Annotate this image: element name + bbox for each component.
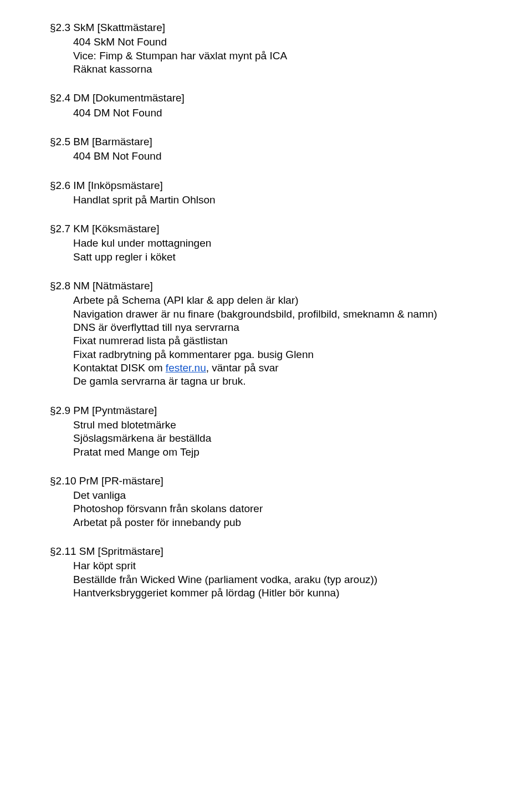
list-item: Kontaktat DISK om fester.nu, väntar på s… [73,361,524,375]
list-item: Sjöslagsmärkena är beställda [73,432,524,445]
text-run: De gamla servrarna är tagna ur bruk. [73,375,246,387]
text-run: Hantverksbryggeriet kommer på lördag (Hi… [73,587,339,599]
list-item: Handlat sprit på Martin Ohlson [73,193,524,207]
section-items: Handlat sprit på Martin Ohlson [50,193,524,207]
section: §2.7 KM [Köksmästare]Hade kul under mott… [50,222,524,264]
list-item: 404 DM Not Found [73,106,524,120]
list-item: Fixat radbrytning på kommentarer pga. bu… [73,348,524,361]
section-items: Har köpt spritBeställde från Wicked Wine… [50,559,524,600]
list-item: Navigation drawer är nu finare (bakgroun… [73,308,524,321]
list-item: De gamla servrarna är tagna ur bruk. [73,375,524,388]
text-run: Photoshop försvann från skolans datorer [73,503,263,514]
section: §2.11 SM [Spritmästare]Har köpt spritBes… [50,545,524,600]
text-run: Hade kul under mottagningen [73,237,211,249]
section: §2.8 NM [Nätmästare]Arbete på Schema (AP… [50,279,524,389]
section-items: Strul med blotetmärkeSjöslagsmärkena är … [50,418,524,459]
section: §2.6 IM [Inköpsmästare]Handlat sprit på … [50,179,524,207]
section-heading: §2.8 NM [Nätmästare] [50,279,524,293]
text-run: 404 DM Not Found [73,107,162,119]
list-item: Hade kul under mottagningen [73,237,524,250]
list-item: DNS är överflyttad till nya servrarna [73,321,524,334]
section-heading: §2.7 KM [Köksmästare] [50,222,524,236]
section-heading: §2.6 IM [Inköpsmästare] [50,179,524,192]
section-items: 404 SkM Not FoundVice: Fimp & Stumpan ha… [50,35,524,76]
list-item: 404 BM Not Found [73,150,524,163]
section: §2.5 BM [Barmästare]404 BM Not Found [50,135,524,164]
text-run: Satt upp regler i köket [73,251,176,263]
list-item: Har köpt sprit [73,559,524,573]
section-items: Det vanligaPhotoshop försvann från skola… [50,489,524,529]
section: §2.4 DM [Dokumentmästare]404 DM Not Foun… [50,91,524,120]
section-heading: §2.9 PM [Pyntmästare] [50,404,524,417]
section-heading: §2.10 PrM [PR-mästare] [50,474,524,488]
section-heading: §2.5 BM [Barmästare] [50,135,524,149]
text-run: DNS är överflyttad till nya servrarna [73,321,239,333]
text-run: Kontaktat DISK om [73,362,166,374]
text-run: 404 SkM Not Found [73,36,167,48]
section-items: 404 BM Not Found [50,150,524,163]
section: §2.3 SkM [Skattmästare]404 SkM Not Found… [50,21,524,76]
list-item: Räknat kassorna [73,63,524,76]
section-items: Arbete på Schema (API klar & app delen ä… [50,294,524,388]
text-run: Har köpt sprit [73,560,136,571]
text-run: Det vanliga [73,489,126,501]
list-item: 404 SkM Not Found [73,35,524,49]
list-item: Strul med blotetmärke [73,418,524,432]
section-heading: §2.4 DM [Dokumentmästare] [50,91,524,105]
text-run: Pratat med Mange om Tejp [73,446,200,458]
list-item: Vice: Fimp & Stumpan har växlat mynt på … [73,49,524,63]
document-body: §2.3 SkM [Skattmästare]404 SkM Not Found… [50,21,524,600]
text-run: , väntar på svar [206,362,279,374]
text-run: Beställde från Wicked Wine (parliament v… [73,574,377,585]
text-run: Navigation drawer är nu finare (bakgroun… [73,308,437,320]
text-run: Räknat kassorna [73,63,152,75]
list-item: Arbete på Schema (API klar & app delen ä… [73,294,524,307]
text-run: Strul med blotetmärke [73,419,176,431]
section-heading: §2.11 SM [Spritmästare] [50,545,524,558]
list-item: Arbetat på poster för innebandy pub [73,516,524,529]
text-run: Sjöslagsmärkena är beställda [73,432,211,444]
section-items: 404 DM Not Found [50,106,524,120]
list-item: Hantverksbryggeriet kommer på lördag (Hi… [73,586,524,600]
text-run: Fixat numrerad lista på gästlistan [73,335,228,346]
text-run: 404 BM Not Found [73,150,161,162]
text-run: Fixat radbrytning på kommentarer pga. bu… [73,349,314,360]
text-run: Handlat sprit på Martin Ohlson [73,194,216,206]
text-run: Arbete på Schema (API klar & app delen ä… [73,294,299,306]
text-run: Arbetat på poster för innebandy pub [73,517,241,528]
section: §2.9 PM [Pyntmästare]Strul med blotetmär… [50,404,524,459]
list-item: Beställde från Wicked Wine (parliament v… [73,573,524,586]
list-item: Satt upp regler i köket [73,251,524,264]
section-items: Hade kul under mottagningenSatt upp regl… [50,237,524,264]
list-item: Fixat numrerad lista på gästlistan [73,334,524,348]
section-heading: §2.3 SkM [Skattmästare] [50,21,524,34]
text-run: Vice: Fimp & Stumpan har växlat mynt på … [73,50,287,62]
list-item: Photoshop försvann från skolans datorer [73,502,524,515]
list-item: Det vanliga [73,489,524,502]
list-item: Pratat med Mange om Tejp [73,446,524,459]
section: §2.10 PrM [PR-mästare]Det vanligaPhotosh… [50,474,524,529]
link[interactable]: fester.nu [166,362,206,374]
